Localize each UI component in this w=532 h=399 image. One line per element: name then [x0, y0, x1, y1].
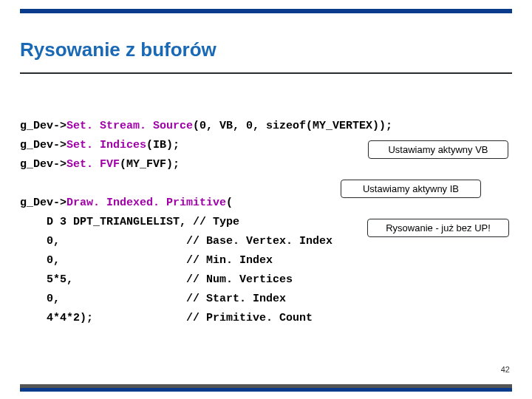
callout-active-vb: Ustawiamy aktywny VB [368, 140, 508, 159]
code-line: 5*5, // Num. Vertices [20, 273, 293, 286]
top-accent-bar [20, 9, 512, 13]
page-number: 42 [501, 365, 510, 374]
code-rest: ( [226, 197, 233, 209]
code-line: 0, // Min. Index [20, 254, 273, 267]
code-line: 4*4*2); // Primitive. Count [20, 312, 313, 324]
code-rest: (MY_FVF); [120, 158, 180, 171]
code-keyword: Set. Indices [66, 139, 146, 151]
bottom-accent-bar [20, 384, 512, 392]
code-line: 0, // Start. Index [20, 293, 286, 305]
callout-draw: Rysowanie - już bez UP! [367, 219, 509, 237]
code-keyword: Draw. Indexed. Primitive [66, 197, 226, 209]
code-obj: g_Dev-> [20, 120, 66, 132]
callout-active-ib: Ustawiamy aktywny IB [341, 180, 481, 198]
code-obj: g_Dev-> [20, 139, 66, 151]
code-obj: g_Dev-> [20, 197, 66, 209]
title-underline [20, 72, 512, 74]
code-keyword: Set. Stream. Source [66, 120, 193, 132]
slide-title: Rysowanie z buforów [20, 38, 216, 61]
slide: Rysowanie z buforów g_Dev->Set. Stream. … [0, 0, 532, 399]
code-rest: (0, VB, 0, sizeof(MY_VERTEX)); [193, 120, 392, 132]
code-rest: (IB); [146, 139, 180, 151]
code-keyword: Set. FVF [66, 158, 120, 171]
code-line: 0, // Base. Vertex. Index [20, 235, 332, 248]
code-obj: g_Dev-> [20, 158, 66, 171]
code-line: D 3 DPT_TRIANGLELIST, // Type [20, 216, 239, 228]
